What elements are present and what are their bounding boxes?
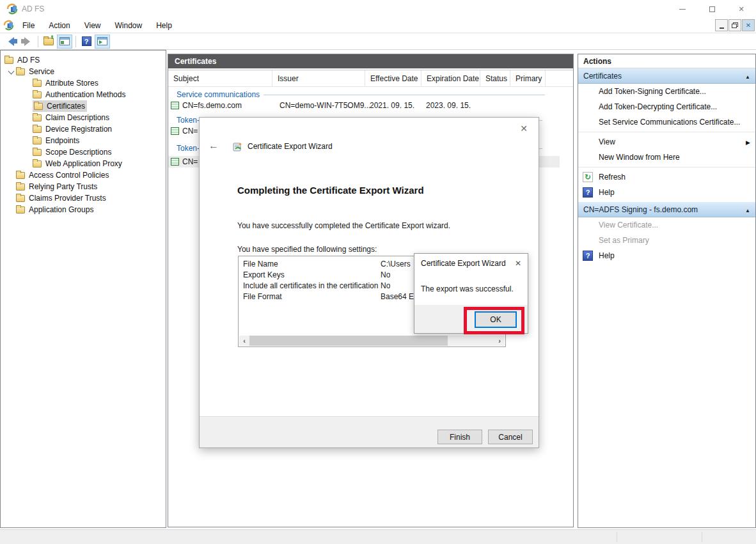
group-divider-line: [264, 95, 545, 95]
action-add-token-decrypting-certificate[interactable]: Add Token-Decrypting Certificate...: [578, 99, 755, 114]
back-button[interactable]: [3, 35, 19, 49]
show-console-tree-button[interactable]: [57, 35, 72, 49]
wizard-success-text: You have successfully completed the Cert…: [237, 221, 450, 230]
export-successful-message-box: Certificate Export Wizard The export was…: [414, 253, 528, 334]
actions-pane: Actions Certificates Add Token-Signing C…: [578, 54, 756, 528]
certificate-row-service-communications[interactable]: CN=fs.demo.com CN=demo-WIN-7T5OM9... 202…: [168, 100, 560, 111]
collapse-arrow-icon[interactable]: [745, 205, 750, 214]
selected-tree-item: Certificates: [33, 100, 87, 112]
back-arrow-button[interactable]: [209, 141, 224, 152]
folder-icon: [16, 183, 25, 190]
status-bar: [0, 529, 756, 544]
tree-item-claim-descriptions[interactable]: Claim Descriptions: [1, 112, 166, 123]
tree-item-relying-party-trusts[interactable]: Relying Party Trusts: [1, 181, 166, 192]
message-box-footer: OK: [414, 305, 528, 333]
actions-separator: [578, 167, 755, 167]
collapse-arrow-icon[interactable]: [745, 72, 750, 81]
cancel-button[interactable]: Cancel: [488, 430, 533, 444]
tree-item-claims-provider-trusts[interactable]: Claims Provider Trusts: [1, 192, 166, 204]
column-primary[interactable]: Primary: [510, 70, 546, 86]
action-help[interactable]: ?Help: [578, 185, 755, 200]
actions-section-adfs-signing[interactable]: CN=ADFS Signing - fs.demo.com: [578, 202, 755, 217]
tree-item-application-groups[interactable]: Application Groups: [1, 204, 166, 215]
action-new-window-from-here[interactable]: New Window from Here: [578, 150, 755, 165]
back-icon: [8, 37, 14, 46]
chevron-down-icon[interactable]: [7, 67, 16, 76]
tree-item-endpoints[interactable]: Endpoints: [1, 135, 166, 146]
ok-button[interactable]: OK: [475, 311, 517, 328]
help-icon: ?: [583, 251, 593, 261]
folder-icon: [33, 149, 42, 156]
dialog-close-button[interactable]: [517, 121, 531, 136]
list-pane-title: Certificates: [175, 57, 216, 66]
show-action-pane-button[interactable]: [95, 35, 110, 49]
child-minimize-button[interactable]: [715, 19, 728, 31]
column-status[interactable]: Status: [480, 70, 510, 86]
menu-file[interactable]: File: [15, 19, 42, 32]
action-help-2[interactable]: ?Help: [578, 248, 755, 263]
status-bar-divider: [702, 532, 702, 542]
child-restore-button[interactable]: [728, 19, 741, 31]
tree-item-certificates[interactable]: Certificates: [1, 100, 166, 112]
help-icon: ?: [82, 36, 91, 46]
adfs-app-icon-small: [3, 20, 14, 31]
message-box-title: Certificate Export Wizard: [421, 259, 506, 268]
action-refresh[interactable]: Refresh: [578, 169, 755, 185]
tree-item-device-registration[interactable]: Device Registration: [1, 123, 166, 135]
message-box-close-button[interactable]: [512, 258, 524, 269]
folder-icon: [34, 103, 43, 110]
folder-icon: [33, 80, 42, 87]
up-one-level-button[interactable]: [41, 35, 56, 49]
tree-item-adfs[interactable]: AD FS: [1, 54, 166, 66]
column-filler: [546, 70, 573, 86]
tree-item-authentication-methods[interactable]: Authentication Methods: [1, 89, 166, 100]
finish-button[interactable]: Finish: [437, 430, 482, 444]
folder-icon: [4, 57, 13, 64]
tree-item-attribute-stores[interactable]: Attribute Stores: [1, 77, 166, 89]
action-set-service-communications-certificate[interactable]: Set Service Communications Certificate..…: [578, 114, 755, 130]
wizard-title: Certificate Export Wizard: [248, 142, 333, 151]
forward-icon: [24, 37, 30, 46]
submenu-arrow-icon: [746, 137, 750, 146]
action-view-certificate[interactable]: View Certificate...: [578, 217, 755, 233]
certificate-icon: [171, 127, 179, 135]
menu-bar: File Action View Window Help: [0, 18, 756, 33]
minimize-button[interactable]: [668, 0, 697, 18]
maximize-icon: [709, 6, 715, 12]
column-effective-date[interactable]: Effective Date: [365, 70, 421, 86]
folder-icon: [16, 172, 25, 179]
menu-help[interactable]: Help: [149, 19, 179, 32]
tree-item-access-control-policies[interactable]: Access Control Policies: [1, 169, 166, 181]
action-set-as-primary[interactable]: Set as Primary: [578, 233, 755, 248]
child-restore-icon: [732, 24, 737, 28]
help-button[interactable]: ?: [79, 35, 94, 49]
menu-action[interactable]: Action: [42, 19, 77, 32]
scroll-right-arrow[interactable]: [494, 336, 505, 346]
folder-icon: [33, 126, 42, 133]
forward-button[interactable]: [19, 35, 35, 49]
maximize-button[interactable]: [697, 0, 727, 18]
column-expiration-date[interactable]: Expiration Date: [421, 70, 480, 86]
scrollbar-thumb[interactable]: [249, 336, 448, 346]
child-close-button[interactable]: [742, 19, 755, 31]
folder-icon: [33, 137, 42, 144]
toolbar-separator: [38, 36, 38, 47]
tree-item-service[interactable]: Service: [1, 66, 166, 77]
close-button[interactable]: [727, 0, 756, 18]
column-subject[interactable]: Subject: [168, 70, 272, 86]
toolbar-separator: [75, 36, 76, 47]
horizontal-scrollbar[interactable]: [239, 336, 505, 346]
folder-icon: [33, 160, 42, 167]
action-add-token-signing-certificate[interactable]: Add Token-Signing Certificate...: [578, 84, 755, 99]
tree-item-scope-descriptions[interactable]: Scope Descriptions: [1, 146, 166, 158]
menu-view[interactable]: View: [77, 19, 108, 32]
minimize-icon: [679, 9, 686, 10]
message-box-text: The export was successful.: [421, 284, 514, 293]
tree-item-web-application-proxy[interactable]: Web Application Proxy: [1, 158, 166, 169]
column-issuer[interactable]: Issuer: [272, 70, 365, 86]
scroll-left-arrow[interactable]: [239, 336, 249, 346]
action-view[interactable]: View: [578, 134, 755, 150]
menu-window[interactable]: Window: [108, 19, 150, 32]
actions-section-certificates[interactable]: Certificates: [578, 68, 755, 84]
scrollbar-track[interactable]: [448, 336, 494, 346]
